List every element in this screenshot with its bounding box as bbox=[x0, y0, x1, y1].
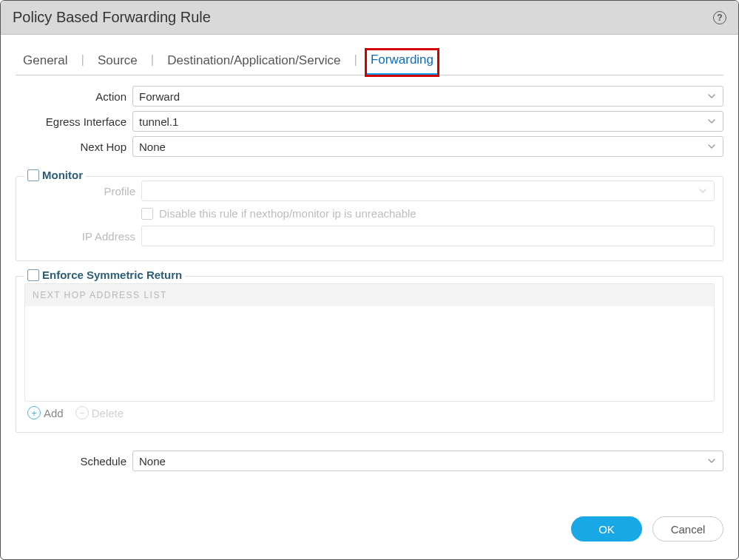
select-schedule[interactable]: None bbox=[132, 451, 723, 471]
ok-button[interactable]: OK bbox=[571, 516, 642, 542]
tab-separator: | bbox=[345, 53, 366, 72]
label-schedule: Schedule bbox=[16, 455, 132, 468]
symmetric-group: Enforce Symmetric Return NEXT HOP ADDRES… bbox=[16, 269, 723, 433]
row-ip-address: IP Address bbox=[24, 226, 715, 246]
chevron-down-icon bbox=[706, 141, 717, 152]
cancel-button[interactable]: Cancel bbox=[652, 516, 723, 542]
dialog-title: Policy Based Forwarding Rule bbox=[13, 9, 211, 26]
monitor-legend-text: Monitor bbox=[42, 169, 83, 181]
label-nexthop: Next Hop bbox=[16, 141, 132, 153]
symmetric-legend: Enforce Symmetric Return bbox=[24, 269, 185, 281]
row-egress: Egress Interface tunnel.1 bbox=[16, 111, 723, 132]
minus-icon: − bbox=[75, 406, 89, 419]
monitor-group: Monitor Profile Disable this rule if nex… bbox=[16, 169, 723, 261]
chevron-down-icon bbox=[698, 186, 708, 196]
symmetric-legend-text: Enforce Symmetric Return bbox=[42, 269, 182, 281]
chevron-down-icon bbox=[706, 91, 717, 101]
dialog-footer: OK Cancel bbox=[1, 505, 738, 559]
nexthop-address-list-panel: NEXT HOP ADDRESS LIST bbox=[24, 283, 715, 402]
tab-forwarding[interactable]: Forwarding bbox=[366, 50, 438, 75]
nexthop-address-list-body bbox=[25, 306, 714, 401]
delete-button-label: Delete bbox=[92, 407, 124, 419]
label-disable-rule: Disable this rule if nexthop/monitor ip … bbox=[159, 207, 416, 220]
label-ip-address: IP Address bbox=[24, 230, 141, 243]
delete-button: − Delete bbox=[75, 406, 124, 419]
select-egress-value: tunnel.1 bbox=[139, 115, 178, 128]
add-button[interactable]: + Add bbox=[27, 406, 64, 419]
select-action[interactable]: Forward bbox=[132, 86, 723, 107]
checkbox-symmetric[interactable] bbox=[27, 269, 39, 281]
monitor-legend: Monitor bbox=[24, 169, 86, 181]
chevron-down-icon bbox=[706, 456, 717, 466]
tab-separator: | bbox=[72, 53, 92, 72]
select-profile bbox=[141, 181, 715, 201]
nexthop-list-toolbar: + Add − Delete bbox=[24, 402, 715, 424]
tab-destination[interactable]: Destination/Application/Service bbox=[163, 50, 345, 74]
label-egress: Egress Interface bbox=[16, 115, 132, 128]
help-icon[interactable]: ? bbox=[713, 11, 726, 24]
plus-icon: + bbox=[27, 406, 41, 419]
label-action: Action bbox=[16, 90, 132, 103]
select-action-value: Forward bbox=[139, 90, 180, 103]
row-schedule: Schedule None bbox=[16, 451, 723, 471]
input-ip-address bbox=[141, 226, 715, 246]
row-nexthop: Next Hop None bbox=[16, 136, 723, 157]
nexthop-address-list-header: NEXT HOP ADDRESS LIST bbox=[25, 284, 714, 306]
form-area: Action Forward Egress Interface tunnel.1… bbox=[16, 86, 723, 505]
tab-source[interactable]: Source bbox=[93, 50, 142, 74]
row-action: Action Forward bbox=[16, 86, 723, 107]
tab-bar: General | Source | Destination/Applicati… bbox=[16, 47, 723, 75]
add-button-label: Add bbox=[44, 407, 64, 419]
row-profile: Profile bbox=[24, 181, 715, 201]
dialog-content: General | Source | Destination/Applicati… bbox=[1, 35, 738, 505]
select-nexthop[interactable]: None bbox=[132, 136, 723, 157]
checkbox-monitor[interactable] bbox=[27, 169, 39, 181]
tab-general[interactable]: General bbox=[18, 50, 72, 74]
chevron-down-icon bbox=[706, 116, 717, 126]
label-profile: Profile bbox=[24, 185, 141, 198]
dialog-titlebar: Policy Based Forwarding Rule ? bbox=[1, 1, 738, 35]
checkbox-disable-rule bbox=[141, 208, 153, 220]
select-schedule-value: None bbox=[139, 455, 166, 468]
select-nexthop-value: None bbox=[139, 141, 166, 153]
select-egress[interactable]: tunnel.1 bbox=[132, 111, 723, 132]
row-disable-rule: Disable this rule if nexthop/monitor ip … bbox=[141, 207, 715, 220]
tab-separator: | bbox=[142, 53, 163, 72]
